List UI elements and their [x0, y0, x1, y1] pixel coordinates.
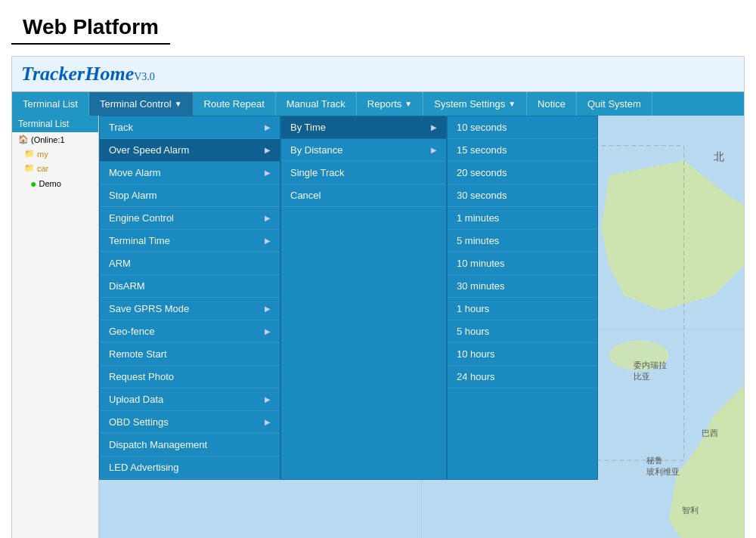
folder-icon: 📁	[24, 149, 35, 159]
dropdown-arrow-icon-settings: ▼	[508, 100, 516, 108]
main-content: Terminal List 🏠 (Online:1 📁 my 📁 car ● D…	[12, 116, 744, 538]
menu-item-geo-fence[interactable]: Geo-fence ▶	[100, 320, 280, 343]
submenu-arrow-icon-2: ▶	[265, 146, 271, 154]
folder-icon-2: 📁	[24, 163, 35, 173]
dropdown-arrow-icon-reports: ▼	[404, 100, 412, 108]
menu-item-arm[interactable]: ARM	[100, 252, 280, 275]
time-item-20sec[interactable]: 20 seconds	[448, 162, 597, 184]
logo-name: TrackerHome	[21, 63, 134, 85]
submenu-arrow-by-distance: ▶	[431, 146, 437, 154]
menu-item-gprs-mode[interactable]: Save GPRS Mode ▶	[100, 298, 280, 320]
nav-reports[interactable]: Reports ▼	[357, 92, 423, 116]
nav-bar: Terminal List Terminal Control ▼ Route R…	[12, 92, 744, 116]
map-label-brazil: 巴西	[702, 428, 718, 439]
menu-item-stop-alarm[interactable]: Stop Alarm	[100, 184, 280, 207]
submenu-arrow-icon-5: ▶	[265, 237, 271, 245]
menu-item-remote-start[interactable]: Remote Start	[100, 343, 280, 366]
map-label-north: 北	[714, 150, 724, 164]
app-header: TrackerHomeV3.0	[12, 57, 744, 92]
menu-item-obd-settings[interactable]: OBD Settings ▶	[100, 411, 280, 434]
time-item-24hr[interactable]: 24 hours	[448, 366, 597, 388]
page-title: Web Platform	[11, 8, 170, 45]
app-logo: TrackerHomeV3.0	[21, 63, 155, 85]
time-item-5min[interactable]: 5 minutes	[448, 230, 597, 252]
time-item-10hr[interactable]: 10 hours	[448, 343, 597, 366]
tree-item-root[interactable]: 🏠 (Online:1	[12, 132, 98, 147]
menu-item-track[interactable]: Track ▶	[100, 116, 280, 139]
map-label-peru: 秘鲁玻利维亚	[646, 455, 680, 478]
nav-notice[interactable]: Notice	[527, 92, 577, 116]
time-item-1min[interactable]: 1 minutes	[448, 207, 597, 230]
time-item-10sec[interactable]: 10 seconds	[448, 116, 597, 139]
submenu-item-single-track[interactable]: Single Track	[281, 162, 446, 184]
by-time-submenu: 10 seconds 15 seconds 20 seconds 30 seco…	[447, 116, 598, 480]
map-label-venezuela: 委内瑞拉比亚	[634, 360, 667, 383]
terminal-control-dropdown: Track ▶ Over Speed Alarm ▶ Move Alarm ▶ …	[99, 116, 280, 480]
sidebar: Terminal List 🏠 (Online:1 📁 my 📁 car ● D…	[12, 116, 99, 538]
sidebar-header: Terminal List	[12, 116, 98, 132]
time-item-1hr[interactable]: 1 hours	[448, 298, 597, 320]
tree-item-car[interactable]: 📁 car	[12, 161, 98, 175]
dot-green-icon: ●	[30, 178, 36, 190]
submenu-arrow-icon-9: ▶	[265, 418, 271, 426]
nav-quit-system[interactable]: Quit System	[577, 92, 652, 116]
tree-item-demo[interactable]: ● Demo	[12, 175, 98, 192]
submenu-item-by-time[interactable]: By Time ▶	[281, 116, 446, 139]
submenu-arrow-icon-6: ▶	[265, 305, 271, 313]
submenu-item-cancel[interactable]: Cancel	[281, 184, 446, 207]
time-item-5hr[interactable]: 5 hours	[448, 320, 597, 343]
nav-manual-track[interactable]: Manual Track	[276, 92, 357, 116]
nav-terminal-list[interactable]: Terminal List	[12, 92, 89, 116]
nav-route-repeat[interactable]: Route Repeat	[194, 92, 276, 116]
map-label-chile: 智利	[682, 505, 699, 516]
app-container: TrackerHomeV3.0 Terminal List Terminal C…	[11, 56, 745, 538]
time-item-15sec[interactable]: 15 seconds	[448, 139, 597, 162]
submenu-arrow-icon-8: ▶	[265, 395, 271, 404]
submenu-arrow-by-time: ▶	[431, 123, 437, 131]
nav-system-settings[interactable]: System Settings ▼	[423, 92, 527, 116]
dropdown-arrow-icon: ▼	[175, 100, 182, 108]
nav-terminal-control[interactable]: Terminal Control ▼	[89, 92, 194, 116]
time-item-30min[interactable]: 30 minutes	[448, 275, 597, 298]
submenu-arrow-icon-3: ▶	[265, 169, 271, 177]
menu-item-move-alarm[interactable]: Move Alarm ▶	[100, 162, 280, 184]
time-item-30sec[interactable]: 30 seconds	[448, 184, 597, 207]
menu-item-upload-data[interactable]: Upload Data ▶	[100, 388, 280, 411]
tree-item-my[interactable]: 📁 my	[12, 147, 98, 161]
track-submenu: By Time ▶ By Distance ▶ Single Track Can…	[280, 116, 447, 480]
submenu-arrow-icon-4: ▶	[265, 214, 271, 222]
time-item-10min[interactable]: 10 minutes	[448, 252, 597, 275]
submenu-arrow-icon: ▶	[265, 123, 271, 131]
menu-item-engine-control[interactable]: Engine Control ▶	[100, 207, 280, 230]
menu-item-dispatch-mgmt[interactable]: Dispatch Management	[100, 434, 280, 456]
menu-item-terminal-time[interactable]: Terminal Time ▶	[100, 230, 280, 252]
submenu-item-by-distance[interactable]: By Distance ▶	[281, 139, 446, 162]
home-icon: 🏠	[18, 134, 29, 144]
menu-item-led-advert[interactable]: LED Advertising	[100, 456, 280, 479]
menu-item-request-photo[interactable]: Request Photo	[100, 366, 280, 388]
map-area: 北太平洋 南太平洋 北 委内瑞拉比亚 巴西 秘鲁玻利维亚 智利 布亚新内亚 Tr…	[99, 116, 744, 538]
submenu-arrow-icon-7: ▶	[265, 327, 271, 335]
menu-item-disarm[interactable]: DisARM	[100, 275, 280, 298]
logo-version: V3.0	[134, 71, 155, 82]
dropdown-overlay: Track ▶ Over Speed Alarm ▶ Move Alarm ▶ …	[99, 116, 598, 480]
menu-item-over-speed[interactable]: Over Speed Alarm ▶	[100, 139, 280, 162]
